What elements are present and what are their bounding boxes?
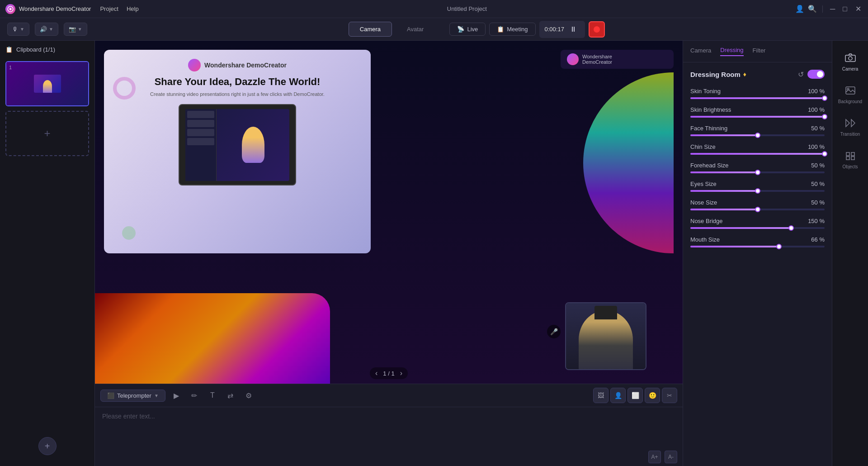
slider-track-0[interactable]	[690, 97, 825, 99]
speaker-btn[interactable]: 🔊 ▼	[35, 23, 58, 36]
arrow-tool-btn[interactable]: ⇄	[223, 388, 238, 403]
next-page-btn[interactable]: ›	[400, 369, 402, 377]
pause-btn[interactable]: ⏸	[567, 24, 580, 35]
mic-btn[interactable]: 🎙 ▼	[7, 23, 29, 36]
text-tool-btn[interactable]: T	[205, 388, 220, 403]
person-tool-btn[interactable]: 🙂	[645, 388, 660, 403]
mic-mute-icon: 🎤	[550, 328, 558, 335]
mockup-item-4	[187, 138, 214, 145]
pencil-tool-btn[interactable]: ✏	[187, 388, 202, 403]
decorative-half-circle	[583, 72, 674, 253]
teleprompter-text-area[interactable]: Please enter text...	[95, 407, 683, 448]
live-btn[interactable]: 📡 Live	[449, 23, 486, 36]
slide-logo-icon	[188, 59, 201, 71]
slide-logo: Wondershare DemoCreator	[188, 59, 287, 71]
side-icon-background[interactable]: Background	[836, 81, 865, 109]
close-btn[interactable]: ✕	[855, 5, 863, 13]
webcam-mode-btn[interactable]: 📷 ▼	[64, 23, 87, 36]
slider-thumb-0[interactable]	[822, 95, 827, 101]
box-tool-btn[interactable]: ⬜	[627, 388, 643, 403]
slider-thumb-7[interactable]	[788, 225, 794, 231]
slider-label-5: Eyes Size	[690, 181, 717, 187]
webcam-hat	[594, 306, 617, 319]
webcam-icon: 📷	[69, 26, 76, 33]
objects-side-label: Objects	[843, 164, 858, 169]
mockup-screen	[185, 109, 289, 181]
slider-value-8: 66 %	[806, 236, 825, 243]
slider-track-8[interactable]	[690, 246, 825, 247]
user-icon[interactable]: 👤	[795, 5, 802, 13]
menu-bar: Project Help	[100, 5, 138, 12]
side-icon-objects[interactable]: Objects	[836, 146, 865, 175]
prev-page-btn[interactable]: ‹	[375, 369, 377, 377]
half-circle-shape	[583, 72, 674, 253]
preview-right-elements: Wondershare DemoCreator	[561, 50, 674, 253]
maximize-btn[interactable]: □	[843, 5, 850, 13]
svg-rect-7	[846, 152, 849, 156]
menu-help[interactable]: Help	[127, 5, 139, 12]
slider-thumb-1[interactable]	[822, 114, 827, 119]
play-tool-btn[interactable]: ▶	[169, 388, 184, 403]
slider-track-7[interactable]	[690, 227, 825, 229]
slider-thumb-5[interactable]	[755, 188, 760, 194]
teleprompter-label-btn[interactable]: ⬛ Teleprompter ▼	[100, 390, 165, 402]
img-tool-btn[interactable]: 🖼	[593, 388, 609, 403]
camera-side-label: Camera	[842, 67, 859, 71]
brand-line1: Wondershare	[582, 54, 612, 59]
svg-rect-8	[851, 152, 854, 156]
scissors-tool-btn[interactable]: ✂	[662, 388, 677, 403]
timer-value: 0:00:17	[545, 26, 564, 33]
add-clip-btn[interactable]: +	[5, 111, 89, 156]
record-btn[interactable]	[589, 21, 605, 38]
face-tool-btn[interactable]: 👤	[610, 388, 626, 403]
settings-tool-btn[interactable]: ⚙	[241, 388, 256, 403]
slider-track-3[interactable]	[690, 153, 825, 155]
mockup-item-3	[187, 129, 214, 136]
tab-camera[interactable]: Camera	[690, 47, 711, 56]
main-toolbar: 🎙 ▼ 🔊 ▼ 📷 ▼ Camera Avatar 📡 Live 📋 Meeti…	[0, 18, 868, 41]
tab-dressing[interactable]: Dressing	[720, 47, 743, 56]
slider-track-5[interactable]	[690, 190, 825, 192]
slider-thumb-4[interactable]	[755, 170, 760, 175]
reset-icon[interactable]: ↺	[798, 70, 804, 79]
brand-line2: DemoCreator	[582, 59, 612, 65]
slider-thumb-2[interactable]	[755, 133, 760, 138]
font-increase-btn[interactable]: A+	[648, 451, 661, 463]
live-icon: 📡	[457, 26, 464, 33]
tab-filter[interactable]: Filter	[753, 47, 766, 56]
add-scene-btn[interactable]: +	[38, 437, 57, 455]
camera-btn[interactable]: Camera	[349, 22, 392, 37]
slider-track-4[interactable]	[690, 171, 825, 173]
clip-mini-preview	[34, 75, 61, 93]
meeting-btn[interactable]: 📋 Meeting	[489, 23, 535, 36]
slider-row-forehead-size: Forehead Size50 %	[690, 162, 825, 173]
brand-badge: Wondershare DemoCreator	[561, 50, 674, 69]
sliders-container: Skin Toning100 %Skin Brightness100 %Face…	[690, 88, 825, 247]
font-decrease-btn[interactable]: A-	[665, 451, 677, 463]
clip-thumbnail-1[interactable]: 1	[5, 61, 89, 106]
menu-project[interactable]: Project	[100, 5, 118, 12]
slider-track-6[interactable]	[690, 209, 825, 210]
preview-area: Wondershare DemoCreator Share Your Idea,…	[95, 41, 683, 466]
brand-badge-text: Wondershare DemoCreator	[582, 54, 612, 65]
dressing-toggle[interactable]	[807, 70, 825, 79]
speaker-dropdown-arrow: ▼	[49, 27, 53, 32]
slider-value-4: 50 %	[806, 162, 825, 169]
slider-label-3: Chin Size	[690, 143, 716, 150]
side-icon-transition[interactable]: Transition	[836, 113, 865, 142]
dressing-panel: Camera Dressing Filter Dressing Room ♦ ↺	[683, 41, 832, 466]
avatar-btn[interactable]: Avatar	[396, 22, 435, 37]
clips-footer: +	[5, 161, 89, 461]
objects-side-icon	[845, 151, 856, 162]
slider-track-2[interactable]	[690, 134, 825, 136]
slider-thumb-6[interactable]	[755, 207, 760, 212]
live-meeting-group: 📡 Live 📋 Meeting 0:00:17 ⏸	[449, 21, 604, 38]
minimize-btn[interactable]: ─	[830, 5, 837, 13]
divider	[822, 5, 823, 13]
search-icon[interactable]: 🔍	[808, 5, 815, 13]
wavy-background	[95, 293, 330, 384]
slider-thumb-8[interactable]	[776, 244, 782, 249]
slider-track-1[interactable]	[690, 116, 825, 118]
slider-thumb-3[interactable]	[822, 151, 827, 157]
side-icon-camera[interactable]: Camera	[836, 48, 865, 77]
